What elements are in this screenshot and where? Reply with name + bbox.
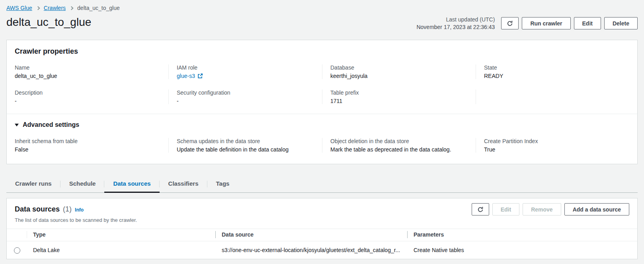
tab-data-sources[interactable]: Data sources	[104, 175, 159, 192]
field-value: Mark the table as deprecated in the data…	[330, 146, 468, 153]
field-name: Name delta_uc_to_glue	[15, 64, 168, 79]
breadcrumb-separator-icon	[70, 6, 74, 10]
advanced-settings-label: Advanced settings	[23, 121, 79, 128]
breadcrumb: AWS Glue Crawlers delta_uc_to_glue	[6, 5, 638, 11]
type-column-header: Type	[27, 229, 215, 241]
data-sources-title-wrap: Data sources (1) Info	[15, 205, 84, 214]
field-value: 1711	[330, 98, 468, 104]
data-sources-header: Data sources (1) Info Edit Remove Add a …	[7, 198, 637, 216]
last-updated: Last updated (UTC) November 17, 2023 at …	[416, 16, 495, 31]
field-label: Security configuration	[177, 89, 314, 96]
breadcrumb-separator-icon	[36, 6, 40, 10]
field-value: Update the table definition in the data …	[177, 146, 314, 153]
field-object-deletion: Object deletion in the data store Mark t…	[322, 138, 476, 153]
field-value: False	[15, 146, 160, 153]
field-label: Name	[15, 64, 160, 71]
table-row: Delta Lake s3://one-env-uc-external-loca…	[7, 241, 637, 259]
breadcrumb-link-aws-glue[interactable]: AWS Glue	[6, 5, 32, 11]
data-sources-count: (1)	[63, 205, 72, 214]
field-security-configuration: Security configuration -	[168, 89, 322, 104]
breadcrumb-link-crawlers[interactable]: Crawlers	[44, 5, 66, 11]
row-data-source-cell: s3://one-env-uc-external-location/kjosyu…	[215, 241, 407, 259]
table-header-row: Type Data source Parameters	[7, 229, 637, 241]
tab-crawler-runs[interactable]: Crawler runs	[6, 175, 60, 192]
edit-source-button[interactable]: Edit	[492, 203, 519, 215]
field-label: IAM role	[177, 64, 314, 71]
row-parameters-cell: Create Native tables	[407, 241, 637, 259]
tab-tags[interactable]: Tags	[207, 175, 238, 192]
iam-role-link-label: glue-s3	[177, 73, 195, 79]
field-iam-role: IAM role glue-s3	[168, 64, 322, 79]
data-sources-actions: Edit Remove Add a data source	[472, 203, 629, 215]
field-value: -	[177, 98, 314, 104]
page-title: delta_uc_to_glue	[6, 15, 91, 29]
field-inherit-schema: Inherit schema from table False	[15, 138, 168, 153]
state-value: READY	[484, 73, 621, 79]
data-sources-table: Type Data source Parameters Delta Lake s…	[7, 229, 637, 258]
data-source-column-header: Data source	[215, 229, 407, 241]
field-create-partition-index: Create Partition Index True	[476, 138, 629, 153]
field-value: True	[484, 146, 621, 153]
tab-schedule[interactable]: Schedule	[60, 175, 105, 192]
field-database: Database keerthi_josyula	[322, 64, 476, 79]
field-empty	[476, 89, 629, 104]
select-column-header	[7, 229, 27, 241]
row-type-cell: Delta Lake	[27, 241, 215, 259]
edit-button[interactable]: Edit	[574, 17, 601, 29]
field-label: Create Partition Index	[484, 138, 621, 144]
properties-grid: Name delta_uc_to_glue IAM role glue-s3	[15, 64, 629, 104]
field-label: Table prefix	[330, 89, 468, 96]
field-label: State	[484, 64, 621, 71]
crawler-properties-card: Crawler properties Name delta_uc_to_glue…	[6, 40, 638, 165]
field-label: Inherit schema from table	[15, 138, 160, 144]
refresh-icon	[507, 20, 513, 27]
field-label: Database	[330, 64, 468, 71]
refresh-sources-button[interactable]	[472, 203, 489, 215]
remove-source-button[interactable]: Remove	[523, 203, 561, 215]
iam-role-link[interactable]: glue-s3	[177, 73, 203, 79]
breadcrumb-current: delta_uc_to_glue	[77, 5, 120, 11]
field-label: Object deletion in the data store	[330, 138, 468, 144]
data-sources-card: Data sources (1) Info Edit Remove Add a …	[6, 198, 638, 259]
field-schema-updates: Schema updates in the data store Update …	[168, 138, 322, 153]
run-crawler-button[interactable]: Run crawler	[522, 17, 570, 29]
crawler-properties-title: Crawler properties	[15, 47, 629, 56]
last-updated-label: Last updated (UTC)	[416, 16, 495, 23]
tab-bar: Crawler runs Schedule Data sources Class…	[6, 175, 638, 193]
field-value: delta_uc_to_glue	[15, 73, 160, 79]
field-label: Description	[15, 89, 160, 96]
row-select-cell	[7, 241, 27, 259]
data-sources-description: The list of data sources to be scanned b…	[7, 216, 637, 229]
row-select-radio[interactable]	[14, 247, 20, 254]
field-value: keerthi_josyula	[330, 73, 468, 79]
page-header-actions: Last updated (UTC) November 17, 2023 at …	[416, 16, 638, 31]
card-divider	[7, 114, 637, 114]
advanced-settings-grid: Inherit schema from table False Schema u…	[15, 138, 629, 153]
field-label: Schema updates in the data store	[177, 138, 314, 144]
last-updated-value: November 17, 2023 at 22:36:43	[416, 23, 495, 31]
field-value: -	[15, 98, 160, 104]
page: AWS Glue Crawlers delta_uc_to_glue delta…	[0, 0, 644, 259]
delete-button[interactable]: Delete	[604, 17, 638, 29]
field-table-prefix: Table prefix 1711	[322, 89, 476, 104]
info-link[interactable]: Info	[75, 207, 84, 213]
field-description: Description -	[15, 89, 168, 104]
parameters-column-header: Parameters	[407, 229, 637, 241]
refresh-button[interactable]	[501, 17, 519, 29]
advanced-settings-toggle[interactable]: Advanced settings	[15, 121, 79, 128]
page-header: delta_uc_to_glue Last updated (UTC) Nove…	[6, 15, 638, 31]
refresh-icon	[477, 206, 484, 213]
data-sources-title: Data sources	[15, 205, 60, 214]
add-data-source-button[interactable]: Add a data source	[564, 203, 629, 215]
field-state: State READY	[476, 64, 629, 79]
tab-classifiers[interactable]: Classifiers	[160, 175, 207, 192]
caret-down-icon	[15, 124, 19, 126]
external-link-icon	[197, 73, 203, 79]
